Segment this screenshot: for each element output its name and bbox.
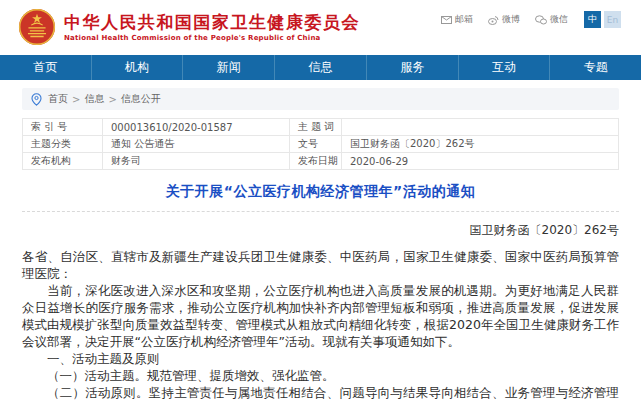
meta-value-doc-no: 国卫财务函〔2020〕262号 (342, 136, 619, 153)
document-number: 国卫财务函〔2020〕262号 (22, 222, 619, 239)
table-row: 索 引 号 000013610/2020-01587 主 题 词 (23, 119, 619, 136)
article-paragraph: （二）活动原则。坚持主管责任与属地责任相结合、问题导向与结果导向相结合、业务管理… (22, 384, 619, 401)
meta-label-issuer: 发布机构 (23, 153, 103, 170)
meta-value-subject (342, 119, 619, 136)
nav-item-news[interactable]: 新闻 (183, 55, 275, 80)
mail-icon (441, 16, 452, 24)
meta-label-index-no: 索 引 号 (23, 119, 103, 136)
title-divider (22, 211, 619, 212)
location-pin-icon (31, 93, 42, 106)
nav-item-orgs[interactable]: 机构 (92, 55, 184, 80)
article-paragraph: （一）活动主题。规范管理、提质增效、强化监管。 (22, 367, 619, 384)
content-column: 首页 > 信息 > 信息公开 索 引 号 000013610/2020-0158… (22, 88, 619, 401)
weibo-icon (488, 15, 499, 25)
site-subtitle: National Health Commission of the People… (64, 34, 360, 42)
mail-label: 邮箱 (455, 13, 473, 26)
article-body: 各省、自治区、直辖市及新疆生产建设兵团卫生健康委、中医药局，国家卫生健康委、国家… (22, 248, 619, 401)
meta-value-pub-date: 2020-06-29 (342, 153, 619, 170)
meta-label-pub-date: 发布日期 (290, 153, 342, 170)
breadcrumb-disclosure[interactable]: 信息公开 (121, 92, 161, 106)
wechat-icon (535, 15, 547, 25)
nav-item-info[interactable]: 信息 (275, 55, 367, 80)
site-header: 中华人民共和国国家卫生健康委员会 National Health Commiss… (0, 0, 641, 55)
article-paragraph: 当前，深化医改进入深水区和攻坚期，公立医疗机构也进入高质量发展的机遇期。为更好地… (22, 282, 619, 350)
meta-value-index-no: 000013610/2020-01587 (103, 119, 290, 136)
breadcrumb-info[interactable]: 信息 (84, 92, 104, 106)
article-section-heading: 一、活动主题及原则 (22, 350, 619, 367)
nav-item-topics[interactable]: 专题 (550, 55, 641, 80)
meta-value-issuer: 财务司 (103, 153, 290, 170)
page-title: 关于开展“公立医疗机构经济管理年”活动的通知 (22, 183, 619, 201)
breadcrumb-separator: > (72, 94, 80, 105)
lang-zh-button[interactable]: 中 (584, 11, 601, 28)
meta-table: 索 引 号 000013610/2020-01587 主 题 词 主题分类 通知… (22, 118, 619, 170)
language-switch: 中 En (584, 11, 621, 28)
nav-item-services[interactable]: 服务 (367, 55, 459, 80)
nav-item-home[interactable]: 首页 (0, 55, 92, 80)
table-row: 主题分类 通知 公告通告 文号 国卫财务函〔2020〕262号 (23, 136, 619, 153)
wechat-link[interactable]: 微信 (535, 13, 568, 26)
weibo-link[interactable]: 微博 (488, 13, 520, 26)
header-quick-links: 邮箱 微博 微信 中 En (426, 11, 621, 28)
meta-value-category: 通知 公告通告 (103, 136, 290, 153)
table-row: 发布机构 财务司 发布日期 2020-06-29 (23, 153, 619, 170)
main-nav: 首页 机构 新闻 信息 服务 互动 专题 (0, 55, 641, 80)
breadcrumb: 首页 > 信息 > 信息公开 (22, 88, 619, 110)
meta-label-subject: 主 题 词 (290, 119, 342, 136)
site-logo: 中华人民共和国国家卫生健康委员会 National Health Commiss… (18, 8, 360, 46)
breadcrumb-separator: > (108, 94, 116, 105)
article-paragraph: 各省、自治区、直辖市及新疆生产建设兵团卫生健康委、中医药局，国家卫生健康委、国家… (22, 248, 619, 282)
mail-link[interactable]: 邮箱 (441, 13, 473, 26)
nav-item-interaction[interactable]: 互动 (459, 55, 551, 80)
site-title: 中华人民共和国国家卫生健康委员会 (64, 12, 360, 32)
meta-label-doc-no: 文号 (290, 136, 342, 153)
national-emblem-icon (18, 8, 56, 46)
lang-en-button[interactable]: En (604, 11, 621, 28)
meta-label-category: 主题分类 (23, 136, 103, 153)
weibo-label: 微博 (502, 13, 520, 26)
breadcrumb-home[interactable]: 首页 (48, 92, 68, 106)
wechat-label: 微信 (550, 13, 568, 26)
